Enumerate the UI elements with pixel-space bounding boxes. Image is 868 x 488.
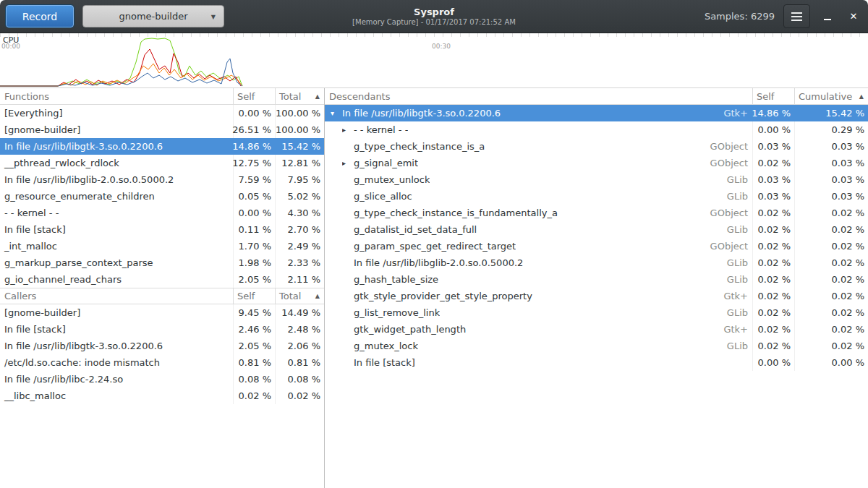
descendant-self: 0.02 % bbox=[752, 155, 794, 171]
descendant-name: g_hash_table_size bbox=[354, 274, 438, 285]
descendant-row[interactable]: g_mutex_unlockGLib0.03 %0.03 % bbox=[325, 171, 868, 188]
descendant-row[interactable]: g_slice_allocGLib0.03 %0.03 % bbox=[325, 188, 868, 205]
function-row-name: In file /usr/lib/libglib-2.0.so.0.5000.2 bbox=[0, 174, 233, 185]
expander-closed-icon[interactable]: ▸ bbox=[342, 127, 354, 134]
functions-self-column-header[interactable]: Self bbox=[233, 88, 275, 104]
caller-row-self: 2.46 % bbox=[233, 321, 275, 338]
caller-row-total: 14.49 % bbox=[275, 304, 324, 321]
descendant-self: 0.03 % bbox=[752, 171, 794, 188]
descendant-name-group: g_mutex_lock bbox=[342, 341, 418, 351]
descendant-self: 0.02 % bbox=[752, 238, 794, 254]
function-row[interactable]: In file /usr/lib/libglib-2.0.so.0.5000.2… bbox=[0, 171, 324, 188]
close-button[interactable]: ✕ bbox=[845, 8, 862, 25]
caller-row[interactable]: [gnome-builder]9.45 %14.49 % bbox=[0, 304, 324, 321]
descendant-name: g_signal_emit bbox=[354, 158, 418, 168]
descendant-name-group: g_slice_alloc bbox=[342, 191, 412, 202]
sort-ascending-icon: ▲ bbox=[859, 93, 864, 100]
function-row[interactable]: g_io_channel_read_chars2.05 %2.11 % bbox=[0, 271, 324, 288]
functions-total-column-header[interactable]: Total ▲ bbox=[275, 88, 324, 104]
descendants-tree: ▾In file /usr/lib/libgtk-3.so.0.2200.6Gt… bbox=[325, 105, 868, 371]
descendant-self: 0.02 % bbox=[752, 271, 794, 288]
descendant-library: GLib bbox=[720, 341, 748, 351]
descendant-library: GObject bbox=[703, 207, 748, 218]
descendant-name: g_param_spec_get_redirect_target bbox=[354, 241, 516, 252]
descendants-cumulative-column-label: Cumulative bbox=[799, 91, 852, 102]
descendant-name-group: In file /usr/lib/libglib-2.0.so.0.5000.2 bbox=[342, 257, 523, 268]
descendant-row[interactable]: g_mutex_lockGLib0.02 %0.02 % bbox=[325, 338, 868, 354]
menu-button[interactable] bbox=[783, 4, 810, 28]
descendants-cumulative-column-header[interactable]: Cumulative ▲ bbox=[794, 88, 868, 104]
expander-closed-icon[interactable]: ▸ bbox=[342, 160, 354, 167]
descendant-cumulative: 0.02 % bbox=[794, 321, 868, 338]
descendant-name-group: ▾In file /usr/lib/libgtk-3.so.0.2200.6 bbox=[331, 108, 501, 119]
descendant-row[interactable]: ▸- - kernel - -0.00 %0.29 % bbox=[325, 121, 868, 138]
callers-column-header[interactable]: Callers bbox=[0, 291, 233, 301]
caller-row-self: 2.05 % bbox=[233, 338, 275, 354]
function-row-self: 12.75 % bbox=[233, 155, 275, 171]
descendant-cumulative: 0.02 % bbox=[794, 304, 868, 321]
functions-list: [Everything]0.00 %100.00 %[gnome-builder… bbox=[0, 105, 324, 288]
expander-open-icon[interactable]: ▾ bbox=[331, 110, 342, 117]
descendant-row[interactable]: g_param_spec_get_redirect_targetGObject0… bbox=[325, 238, 868, 254]
descendant-row[interactable]: ▸g_signal_emitGObject0.02 %0.03 % bbox=[325, 155, 868, 171]
descendant-cumulative: 0.02 % bbox=[794, 338, 868, 354]
function-row[interactable]: In file /usr/lib/libgtk-3.so.0.2200.614.… bbox=[0, 138, 324, 155]
descendant-row[interactable]: ▾In file /usr/lib/libgtk-3.so.0.2200.6Gt… bbox=[325, 105, 868, 121]
descendant-name: In file /usr/lib/libglib-2.0.so.0.5000.2 bbox=[354, 257, 523, 268]
function-row[interactable]: __pthread_rwlock_rdlock12.75 %12.81 % bbox=[0, 155, 324, 171]
descendants-column-header[interactable]: Descendants bbox=[325, 91, 752, 102]
descendants-header-row: Descendants Self Cumulative ▲ bbox=[325, 88, 868, 105]
descendant-cumulative: 0.02 % bbox=[794, 271, 868, 288]
descendant-row[interactable]: In file [stack]0.00 %0.00 % bbox=[325, 354, 868, 371]
descendant-row[interactable]: g_datalist_id_set_data_fullGLib0.02 %0.0… bbox=[325, 221, 868, 238]
function-row-total: 4.30 % bbox=[275, 205, 324, 221]
descendant-row[interactable]: g_type_check_instance_is_fundamentally_a… bbox=[325, 205, 868, 221]
function-row-self: 0.00 % bbox=[233, 105, 275, 121]
descendant-name-cell: g_param_spec_get_redirect_targetGObject bbox=[325, 241, 752, 252]
descendant-row[interactable]: g_hash_table_sizeGLib0.02 %0.02 % bbox=[325, 271, 868, 288]
function-row[interactable]: _int_malloc1.70 %2.49 % bbox=[0, 238, 324, 254]
descendant-row[interactable]: gtk_style_provider_get_style_propertyGtk… bbox=[325, 288, 868, 304]
descendant-row[interactable]: g_type_check_instance_is_aGObject0.03 %0… bbox=[325, 138, 868, 155]
caller-row-self: 0.08 % bbox=[233, 371, 275, 388]
descendant-self: 0.03 % bbox=[752, 188, 794, 205]
descendant-name-group: ▸g_signal_emit bbox=[342, 158, 418, 168]
descendant-self: 14.86 % bbox=[752, 105, 794, 121]
caller-row[interactable]: In file [stack]2.46 %2.48 % bbox=[0, 321, 324, 338]
descendant-name-group: In file [stack] bbox=[342, 357, 415, 368]
record-button[interactable]: Record bbox=[6, 5, 74, 27]
descendant-row[interactable]: In file /usr/lib/libglib-2.0.so.0.5000.2… bbox=[325, 254, 868, 271]
functions-column-header[interactable]: Functions bbox=[0, 91, 233, 102]
minimize-button[interactable] bbox=[819, 8, 836, 25]
function-row[interactable]: In file [stack]0.11 %2.70 % bbox=[0, 221, 324, 238]
function-row-total: 12.81 % bbox=[275, 155, 324, 171]
function-row[interactable]: - - kernel - -0.00 %4.30 % bbox=[0, 205, 324, 221]
caller-row[interactable]: /etc/ld.so.cache: inode mismatch0.81 %0.… bbox=[0, 354, 324, 371]
descendant-self: 0.03 % bbox=[752, 138, 794, 155]
descendant-row[interactable]: gtk_widget_path_lengthGtk+0.02 %0.02 % bbox=[325, 321, 868, 338]
caller-row-name: In file [stack] bbox=[0, 324, 233, 335]
descendant-name-cell: g_hash_table_sizeGLib bbox=[325, 274, 752, 285]
cpu-graph[interactable]: CPU 00:00 00:30 bbox=[0, 33, 868, 88]
descendant-library: GLib bbox=[720, 274, 748, 285]
caller-row[interactable]: __libc_malloc0.02 %0.02 % bbox=[0, 388, 324, 404]
callers-total-column-header[interactable]: Total ▲ bbox=[275, 288, 324, 304]
function-row[interactable]: g_markup_parse_context_parse1.98 %2.33 % bbox=[0, 254, 324, 271]
caller-row[interactable]: In file /usr/lib/libgtk-3.so.0.2200.62.0… bbox=[0, 338, 324, 354]
descendant-name-group: g_mutex_unlock bbox=[342, 174, 430, 185]
function-row[interactable]: g_resource_enumerate_children0.05 %5.02 … bbox=[0, 188, 324, 205]
descendants-self-column-header[interactable]: Self bbox=[752, 88, 794, 104]
caller-row-self: 0.02 % bbox=[233, 388, 275, 404]
descendant-self: 0.02 % bbox=[752, 254, 794, 271]
process-selector-dropdown[interactable]: gnome-builder ▼ bbox=[82, 5, 224, 27]
function-row[interactable]: [Everything]0.00 %100.00 % bbox=[0, 105, 324, 121]
descendant-cumulative: 0.03 % bbox=[794, 188, 868, 205]
caller-row-name: __libc_malloc bbox=[0, 390, 233, 401]
callers-self-column-header[interactable]: Self bbox=[233, 288, 275, 304]
descendant-name-cell: g_mutex_lockGLib bbox=[325, 341, 752, 351]
caller-row[interactable]: In file /usr/lib/libc-2.24.so0.08 %0.08 … bbox=[0, 371, 324, 388]
descendant-library: GLib bbox=[720, 174, 748, 185]
descendant-row[interactable]: g_list_remove_linkGLib0.02 %0.02 % bbox=[325, 304, 868, 321]
function-row[interactable]: [gnome-builder]26.51 %100.00 % bbox=[0, 121, 324, 138]
function-row-self: 1.98 % bbox=[233, 254, 275, 271]
